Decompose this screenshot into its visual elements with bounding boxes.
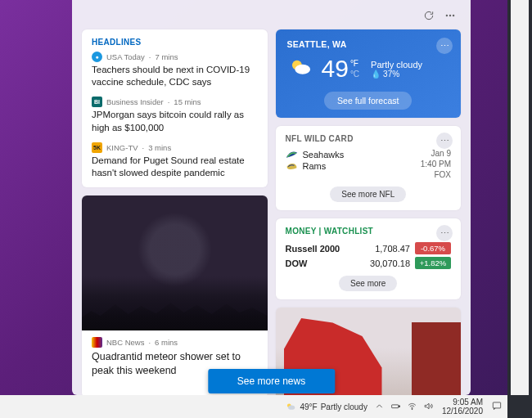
headline-source: USA Today — [106, 52, 145, 61]
weather-precip: 💧37% — [371, 70, 422, 79]
headline-item[interactable]: ● USA Today · 7 mins Teachers should be … — [92, 52, 258, 88]
see-full-forecast-button[interactable]: See full forecast — [324, 92, 412, 110]
card-more-icon[interactable]: ⋯ — [436, 225, 453, 241]
headline-time: 7 mins — [155, 52, 178, 61]
team-name: Rams — [303, 161, 327, 171]
weather-icon — [287, 54, 315, 83]
chevron-up-icon[interactable] — [374, 401, 385, 413]
weather-condition: Partly cloudy — [371, 60, 422, 70]
ticker-row[interactable]: Russell 2000 1,708.47 -0.67% — [286, 242, 452, 254]
taskbar: 49°F Partly cloudy 9:05 AM 12/16/2020 — [0, 395, 507, 418]
battery-icon[interactable] — [390, 401, 401, 413]
headline-item[interactable]: BI Business Insider · 15 mins JPMorgan s… — [92, 97, 258, 133]
taskbar-clock[interactable]: 9:05 AM 12/16/2020 — [440, 398, 485, 416]
taskbar-condition: Partly cloudy — [321, 402, 367, 411]
svg-rect-7 — [392, 404, 399, 407]
refresh-icon[interactable] — [423, 10, 435, 25]
team-logo-icon — [286, 161, 298, 171]
nfl-label: NFL WILD CARD — [286, 134, 452, 143]
svg-point-4 — [295, 65, 310, 74]
source-logo-icon: ● — [92, 52, 102, 62]
weather-temp: 49 °F°C — [322, 55, 360, 83]
news-interests-panel: HEADLINES ● USA Today · 7 mins Teachers … — [72, 0, 471, 395]
team-row: Seahawks — [286, 150, 345, 160]
svg-rect-8 — [399, 405, 399, 407]
headline-title: Teachers should be next in COVID-19 vacc… — [92, 64, 258, 88]
game-time: Jan 9 1:40 PM FOX — [421, 148, 451, 180]
headline-item[interactable]: 5K KING-TV · 3 mins Demand for Puget Sou… — [92, 142, 258, 179]
photo-headline-image — [82, 196, 268, 330]
taskbar-weather[interactable]: 49°F Partly cloudy — [285, 401, 367, 412]
team-logo-icon — [286, 150, 298, 160]
headline-source: Business Insider — [106, 97, 164, 106]
wifi-icon[interactable] — [407, 401, 417, 413]
notification-icon[interactable] — [491, 400, 503, 413]
ticker-change: -0.67% — [415, 242, 451, 254]
card-more-icon[interactable]: ⋯ — [436, 38, 453, 54]
volume-icon[interactable] — [423, 401, 434, 413]
source-logo-icon: 5K — [92, 142, 102, 153]
monitor-bezel — [507, 0, 532, 418]
svg-point-9 — [412, 408, 413, 409]
photo-headline-card[interactable]: NBC News · 6 mins Quadrantid meteor show… — [82, 196, 268, 395]
see-more-nfl-button[interactable]: See more NFL — [330, 187, 406, 202]
see-more-money-button[interactable]: See more — [339, 276, 397, 291]
team-name: Seahawks — [303, 150, 345, 160]
svg-point-1 — [449, 15, 451, 16]
ticker-row[interactable]: DOW 30,070.18 +1.82% — [286, 257, 452, 269]
headline-title: JPMorgan says bitcoin could rally as hig… — [92, 109, 258, 133]
source-logo-icon: BI — [92, 97, 102, 107]
card-more-icon[interactable]: ⋯ — [436, 133, 453, 149]
more-icon[interactable] — [444, 10, 456, 25]
headline-source: NBC News — [106, 338, 144, 347]
team-row: Rams — [286, 161, 345, 171]
headline-source: KING-TV — [106, 143, 138, 152]
headline-time: 15 mins — [174, 97, 201, 106]
ticker-name: Russell 2000 — [286, 244, 363, 254]
source-logo-icon — [92, 337, 102, 348]
headline-time: 3 mins — [148, 143, 171, 152]
svg-point-0 — [446, 15, 448, 16]
svg-point-6 — [289, 406, 295, 410]
nfl-card[interactable]: ⋯ NFL WILD CARD Seahawks Rams — [276, 126, 462, 210]
svg-point-2 — [453, 15, 454, 16]
headline-title: Demand for Puget Sound real estate hasn'… — [92, 155, 258, 179]
ticker-value: 30,070.18 — [363, 258, 410, 268]
headline-time: 6 mins — [155, 338, 178, 347]
ticker-name: DOW — [286, 258, 363, 268]
headlines-card: HEADLINES ● USA Today · 7 mins Teachers … — [82, 29, 268, 187]
weather-card[interactable]: ⋯ SEATTLE, WA 49 °F°C Partly cloudy 💧37% — [276, 29, 462, 118]
ticker-value: 1,708.47 — [363, 244, 410, 254]
ticker-change: +1.82% — [415, 257, 451, 269]
money-card[interactable]: ⋯ MONEY | WATCHLIST Russell 2000 1,708.4… — [276, 218, 462, 299]
svg-rect-10 — [493, 402, 500, 408]
headlines-label: HEADLINES — [92, 38, 258, 47]
money-label: MONEY | WATCHLIST — [286, 227, 452, 236]
droplet-icon: 💧 — [371, 70, 381, 79]
see-more-news-button[interactable]: See more news — [208, 369, 335, 393]
weather-icon — [285, 401, 296, 412]
weather-location: SEATTLE, WA — [287, 39, 450, 49]
taskbar-temp: 49°F — [300, 402, 317, 411]
